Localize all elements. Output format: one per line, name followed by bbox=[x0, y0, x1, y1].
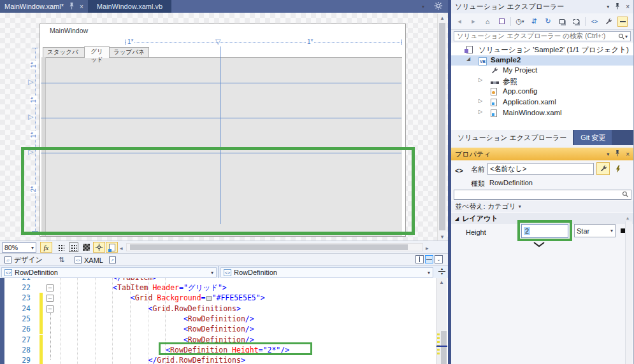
code-line-22[interactable]: 22– <TabItem Header="グリッド"> bbox=[0, 283, 437, 293]
events-bolt-button[interactable] bbox=[611, 162, 624, 175]
home-icon[interactable]: ⌂ bbox=[482, 17, 493, 27]
tab-mainwindow-xaml[interactable]: MainWindow.xaml* × bbox=[0, 0, 88, 13]
name-input[interactable]: <名前なし> bbox=[487, 163, 594, 175]
split-handle[interactable]: ▴ ▾ bbox=[438, 267, 446, 277]
element-dropdown-left[interactable]: <> RowDefinition ▾ bbox=[1, 267, 217, 277]
scrollbar-thumb[interactable] bbox=[441, 331, 447, 364]
pin-icon[interactable] bbox=[69, 3, 75, 11]
tree-item-my-project[interactable]: My Project bbox=[451, 66, 633, 76]
tab-list-dropdown-icon[interactable]: ▾ bbox=[422, 4, 424, 10]
scroll-right-arrow[interactable]: ▸ bbox=[426, 244, 429, 252]
design-window[interactable]: MainWindow スタックパネル グリッド ラップパネル bbox=[40, 24, 406, 237]
expand-advanced-chevron-icon[interactable] bbox=[533, 242, 545, 248]
solution-search-input[interactable]: ソリューション エクスプローラー の検索 (Ctrl+:) ▾ bbox=[454, 31, 631, 41]
window-menu-icon[interactable]: ▾ bbox=[607, 4, 609, 10]
grid-row-line-3[interactable] bbox=[41, 153, 401, 153]
outline-collapse-box[interactable]: – bbox=[47, 295, 54, 302]
row-splitter-marker[interactable]: ▷ bbox=[28, 148, 33, 155]
designer-tab-stackpanel[interactable]: スタックパネル bbox=[43, 47, 85, 57]
category-layout-header[interactable]: ◢ レイアウト bbox=[451, 213, 633, 224]
row-height-label[interactable]: 1* bbox=[30, 95, 38, 104]
color-swatch[interactable] bbox=[206, 296, 212, 301]
search-icon[interactable]: ▾ bbox=[618, 33, 628, 40]
effects-toggle-button[interactable]: fx bbox=[40, 242, 52, 253]
close-icon[interactable]: × bbox=[626, 151, 630, 158]
property-source-marker[interactable] bbox=[621, 228, 625, 233]
window-menu-icon[interactable]: ▾ bbox=[607, 151, 609, 157]
solution-explorer-titlebar[interactable]: ソリューション エクスプローラー ▾ × bbox=[451, 0, 633, 13]
properties-wrench-icon[interactable] bbox=[603, 17, 614, 27]
collapse-all-icon[interactable]: ⇵ bbox=[529, 17, 539, 27]
swap-panes-button[interactable]: ⇅ bbox=[59, 256, 64, 264]
vertical-split-button[interactable] bbox=[415, 255, 424, 263]
scroll-up-arrow[interactable]: ▴ bbox=[438, 14, 447, 22]
refresh-icon[interactable]: ↻ bbox=[543, 17, 553, 27]
code-line-26[interactable]: 26 <RowDefinition/> bbox=[0, 324, 437, 334]
tree-item--[interactable]: ▷参照 bbox=[451, 76, 633, 87]
element-dropdown-right[interactable]: <> RowDefinition ▾ bbox=[220, 267, 433, 277]
designer-tab-grid[interactable]: グリッド bbox=[84, 46, 110, 58]
tab-solution-explorer[interactable]: ソリューション エクスプローラー bbox=[451, 130, 573, 145]
show-all-files-icon[interactable] bbox=[571, 17, 581, 27]
outline-collapse-box[interactable]: – bbox=[47, 305, 54, 312]
xaml-code-editor[interactable]: 21 </TabItem>22– <TabItem Header="グリッド">… bbox=[0, 278, 448, 364]
column-splitter-marker[interactable]: ▽ bbox=[215, 38, 220, 45]
row-height-label[interactable]: 1* bbox=[30, 130, 38, 139]
height-unit-combo[interactable]: Star ▾ bbox=[574, 224, 616, 237]
zoom-level-combo[interactable]: 80% ▾ bbox=[2, 242, 36, 253]
gridlines-button[interactable] bbox=[80, 242, 92, 253]
snap-grid-button[interactable] bbox=[68, 242, 80, 253]
scroll-down-arrow[interactable]: ▾ bbox=[438, 233, 447, 241]
tree-item-app-config[interactable]: App.config bbox=[451, 87, 633, 97]
tab-mainwindow-xaml-vb[interactable]: MainWindow.xaml.vb bbox=[88, 0, 171, 13]
tree-item-mainwindow-xaml[interactable]: ▷MainWindow.xaml bbox=[451, 108, 633, 119]
height-value-input[interactable]: 2 bbox=[521, 224, 568, 238]
preview-selected-items-icon[interactable] bbox=[617, 17, 628, 27]
tree-item-application-xaml[interactable]: ▷Application.xaml bbox=[451, 97, 633, 108]
row-height-label[interactable]: 2* bbox=[30, 185, 38, 193]
snapping-toggle-button[interactable] bbox=[93, 242, 105, 253]
properties-search-input[interactable] bbox=[454, 190, 631, 200]
row-height-label[interactable]: 1* bbox=[30, 60, 38, 69]
code-line-27[interactable]: 27 <RowDefinition/> bbox=[0, 335, 437, 345]
back-icon[interactable]: ◂ bbox=[454, 17, 465, 27]
row-splitter-marker[interactable]: ▷ bbox=[28, 78, 33, 85]
collapsed-triangle-icon[interactable]: ▷ bbox=[479, 109, 482, 115]
expanded-triangle-icon[interactable]: ◢ bbox=[466, 56, 470, 62]
scroll-left-arrow[interactable]: ◂ bbox=[120, 244, 123, 252]
code-line-29[interactable]: 29 </Grid.RowDefinitions> bbox=[0, 355, 437, 364]
properties-titlebar[interactable]: プロパティ ▾ × bbox=[451, 148, 633, 160]
scrollbar-thumb[interactable] bbox=[130, 244, 408, 250]
tree-item-sample2[interactable]: ◢VBSample2 bbox=[451, 55, 633, 66]
column-width-label[interactable]: 1* bbox=[306, 38, 314, 46]
forward-icon[interactable]: ▸ bbox=[468, 17, 479, 27]
code-line-24[interactable]: 24– <Grid.RowDefinitions> bbox=[0, 304, 437, 314]
designer-tab-wrappanel[interactable]: ラップパネル bbox=[109, 47, 149, 57]
column-ruler[interactable] bbox=[125, 42, 401, 43]
close-icon[interactable]: × bbox=[80, 3, 83, 10]
tab-git-changes[interactable]: Git 変更 bbox=[574, 130, 612, 145]
grid-row-line-1[interactable] bbox=[41, 83, 401, 83]
snaplines-toggle-button[interactable] bbox=[106, 242, 118, 253]
tree-item--sample2-1-1-[interactable]: ソリューション 'Sample2' (1/1 プロジェクト) bbox=[451, 45, 633, 55]
pending-changes-filter-icon[interactable]: ◷▾ bbox=[515, 17, 525, 27]
row-ruler[interactable] bbox=[35, 48, 36, 231]
collapse-pane-button[interactable]: ⌄ bbox=[435, 255, 443, 263]
scrollbar-thumb[interactable] bbox=[439, 23, 445, 230]
popout-button[interactable]: ↗ bbox=[106, 255, 119, 265]
gear-icon[interactable] bbox=[434, 1, 443, 11]
show-grid-button[interactable] bbox=[55, 242, 67, 253]
code-line-28[interactable]: 28 <RowDefinition Height="2*"/> bbox=[0, 345, 437, 355]
properties-scrollbar-track[interactable] bbox=[625, 221, 632, 364]
design-view-tab[interactable]: ▱ デザイン bbox=[1, 255, 46, 265]
designer-vertical-scrollbar[interactable]: ▴ ▾ bbox=[437, 14, 447, 241]
code-line-25[interactable]: 25 <RowDefinition/> bbox=[0, 314, 437, 324]
code-line-23[interactable]: 23– <Grid Background="#FFE5E5E5"> bbox=[0, 293, 437, 303]
grid-design-area[interactable] bbox=[41, 57, 402, 236]
scroll-up-arrow[interactable]: ▴ bbox=[436, 278, 447, 286]
pin-icon[interactable] bbox=[615, 150, 620, 158]
code-line-21[interactable]: 21 </TabItem> bbox=[0, 278, 437, 283]
column-width-label[interactable]: 1* bbox=[126, 38, 134, 46]
editor-vertical-scrollbar[interactable]: ▴ bbox=[436, 278, 447, 364]
properties-wrench-button[interactable] bbox=[596, 162, 610, 175]
